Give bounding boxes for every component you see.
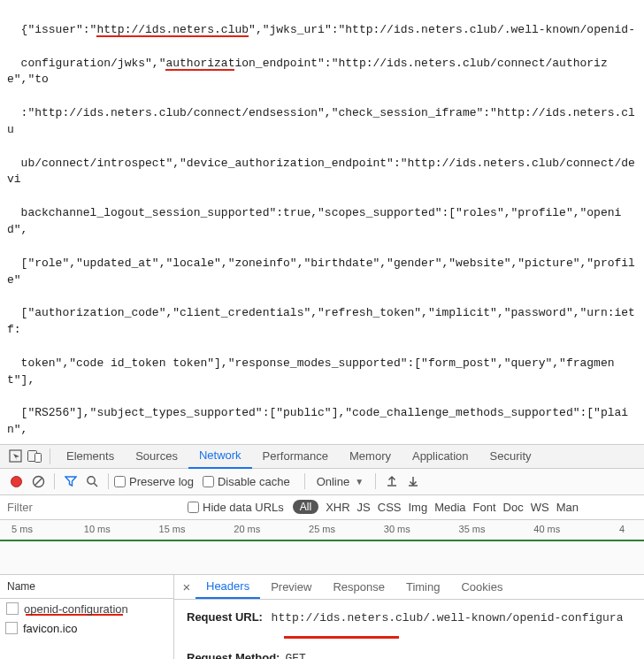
tick: 25 ms [300,524,344,534]
disable-cache-checkbox[interactable]: Disable cache [203,475,290,488]
file-icon [6,602,19,615]
timeline-bar [0,540,644,541]
network-toolbar: Preserve log Disable cache Online▼ [0,469,644,495]
svg-point-5 [88,477,95,484]
devtools-top-bar: Elements Sources Network Performance Mem… [0,444,644,469]
tick: 5 ms [0,524,44,534]
separator [375,473,376,489]
download-icon[interactable] [402,471,424,492]
request-detail: × Headers Preview Response Timing Cookie… [174,575,644,659]
svg-line-6 [94,484,97,487]
response-body: {"issuer":"http://ids.neters.club","jwks… [0,0,644,444]
timeline-ticks: 5 ms 10 ms 15 ms 20 ms 25 ms 30 ms 35 ms… [0,520,644,534]
tick: 20 ms [225,524,269,534]
filter-icon[interactable] [60,471,81,492]
json-text: backchannel_logout_session_supported":tr… [7,206,621,236]
svg-line-4 [34,478,42,485]
column-header-name[interactable]: Name [0,575,173,599]
tick: 10 ms [75,524,119,534]
tick: 30 ms [375,524,419,534]
request-list: Name openid-configuration favicon.ico [0,575,174,659]
json-text: ","jwks_uri":"http://ids.neters.club/.we… [249,23,635,36]
record-button[interactable] [11,476,22,487]
tab-elements[interactable]: Elements [56,444,125,469]
tick: 40 ms [525,524,569,534]
tab-response[interactable]: Response [322,575,395,600]
tick: 35 ms [450,524,494,534]
tab-memory[interactable]: Memory [339,444,402,469]
filter-type-xhr[interactable]: XHR [326,501,349,514]
inspect-element-icon[interactable] [5,447,25,466]
annotation-underline [284,636,399,639]
value: http://ids.neters.club/.well-known/openi… [272,611,624,625]
separator [54,473,55,489]
filter-bar: Hide data URLs All XHR JS CSS Img Media … [0,495,644,520]
headers-panel: Request URL: http://ids.neters.club/.wel… [174,600,644,659]
upload-icon[interactable] [381,471,402,492]
network-timeline[interactable]: 5 ms 10 ms 15 ms 20 ms 25 ms 30 ms 35 ms… [0,520,644,575]
json-text: ["role","updated_at","locale","zoneinfo"… [7,257,635,287]
annotation-underline: http://ids.neters.club [96,24,249,37]
tick: 15 ms [150,524,195,534]
request-row[interactable]: openid-configuration [0,599,173,619]
svg-rect-2 [35,453,42,462]
value: GET [285,652,305,659]
checkbox-label: Preserve log [129,475,194,488]
label: Request URL: [187,610,263,624]
detail-tabs: × Headers Preview Response Timing Cookie… [174,575,644,600]
json-text: configuration/jwks"," [21,57,166,70]
json-text: ["RS256"],"subject_types_supported":["pu… [7,406,628,436]
filter-type-ws[interactable]: WS [531,501,549,514]
tab-security[interactable]: Security [479,444,542,469]
hide-data-urls-checkbox[interactable]: Hide data URLs [188,501,284,514]
file-icon [5,622,18,634]
separator [108,473,109,489]
annotation-underline: authorizat [165,57,234,71]
clear-icon[interactable] [27,471,49,492]
filter-type-manifest[interactable]: Man [556,501,579,514]
json-text: :"http://ids.neters.club/connect/endsess… [7,106,635,136]
select-value: Online [317,475,350,488]
checkbox-label: Disable cache [218,475,290,488]
json-text: token","code id_token token"],"response_… [7,356,615,387]
request-url: Request URL: http://ids.neters.club/.wel… [187,609,632,644]
close-detail-button[interactable]: × [178,579,196,594]
checkbox-label: Hide data URLs [203,501,284,514]
tab-preview[interactable]: Preview [260,575,322,600]
tab-sources[interactable]: Sources [125,444,188,469]
separator [50,448,50,464]
filter-input[interactable] [2,497,188,517]
tab-network[interactable]: Network [188,444,252,469]
throttling-select[interactable]: Online▼ [310,472,370,491]
tab-headers[interactable]: Headers [196,575,260,600]
tab-cookies[interactable]: Cookies [450,575,513,600]
tab-timing[interactable]: Timing [395,575,451,600]
network-split: Name openid-configuration favicon.ico × … [0,575,644,659]
search-icon[interactable] [81,471,103,492]
filter-type-css[interactable]: CSS [378,501,402,514]
tick: 4 [600,524,644,534]
json-text: ["authorization_code","client_credential… [7,306,635,336]
filter-type-font[interactable]: Font [473,501,496,514]
chevron-down-icon: ▼ [355,477,364,487]
filter-type-img[interactable]: Img [408,501,427,514]
json-text: ub/connect/introspect","device_authoriza… [7,157,635,187]
filter-type-media[interactable]: Media [434,501,465,514]
request-row[interactable]: favicon.ico [0,619,173,638]
filter-type-js[interactable]: JS [357,501,371,514]
tab-application[interactable]: Application [402,444,479,469]
devtools-tabs: Elements Sources Network Performance Mem… [56,444,542,469]
preserve-log-checkbox[interactable]: Preserve log [114,475,194,488]
request-method: Request Method:GET [187,649,632,659]
label: Request Method: [187,651,280,659]
json-text: {"issuer":" [21,23,97,36]
request-name: openid-configuration [24,602,128,616]
filter-type-all[interactable]: All [293,500,318,514]
device-toggle-icon[interactable] [25,447,44,466]
filter-type-doc[interactable]: Doc [503,501,524,514]
request-name: favicon.ico [23,622,77,635]
tab-performance[interactable]: Performance [252,444,339,469]
separator [304,473,305,489]
